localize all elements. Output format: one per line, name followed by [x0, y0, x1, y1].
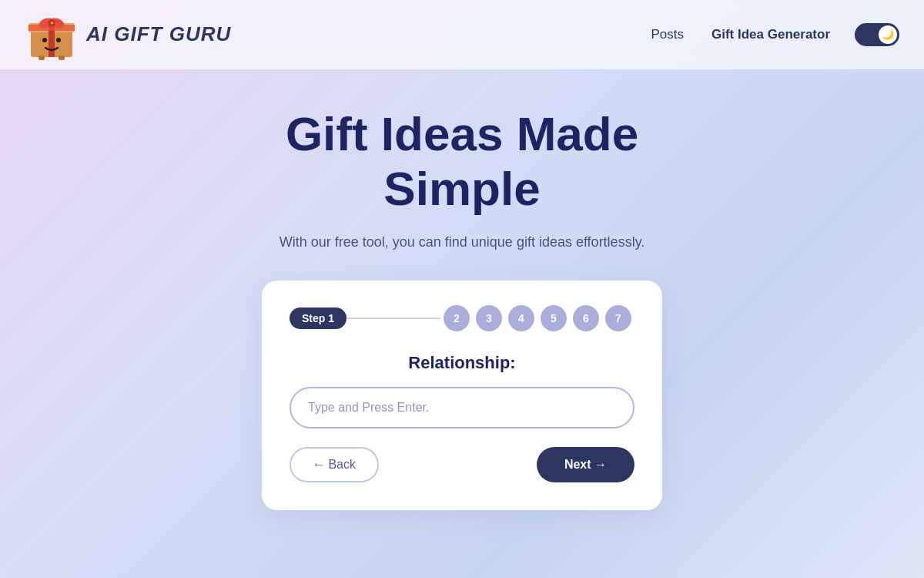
- step-3: 3: [476, 305, 502, 331]
- headline-line1: Gift Ideas Made: [286, 107, 638, 160]
- nav-posts[interactable]: Posts: [651, 27, 684, 42]
- logo-text: AI GIFT GURU: [86, 22, 231, 46]
- svg-point-8: [56, 38, 61, 42]
- dark-mode-toggle[interactable]: 🌙: [855, 23, 899, 46]
- relationship-input[interactable]: [290, 387, 634, 428]
- step-line-1: [346, 318, 440, 319]
- moon-icon: 🌙: [882, 29, 894, 40]
- step-6: 6: [573, 305, 599, 331]
- toggle-knob: 🌙: [879, 25, 897, 44]
- step-card: Step 1 2 3 4 5 6 7 Relationship: ← Back …: [262, 281, 662, 510]
- logo-area: ✦ AI GIFT GURU: [25, 8, 231, 62]
- nav-generator[interactable]: Gift Idea Generator: [711, 27, 830, 42]
- nav-links: Posts Gift Idea Generator: [651, 27, 830, 42]
- next-button[interactable]: Next →: [537, 447, 634, 482]
- main-headline: Gift Ideas Made Simple: [286, 106, 638, 217]
- svg-point-7: [42, 38, 47, 42]
- form-label: Relationship:: [290, 353, 634, 373]
- subheadline: With our free tool, you can find unique …: [280, 232, 645, 253]
- logo-icon: ✦: [25, 8, 79, 62]
- navbar: ✦ AI GIFT GURU Posts Gift Idea Generator…: [0, 0, 924, 69]
- step-indicator: Step 1 2 3 4 5 6 7: [290, 305, 634, 331]
- step-2: 2: [444, 305, 470, 331]
- back-button[interactable]: ← Back: [290, 447, 379, 482]
- step-7: 7: [605, 305, 631, 331]
- button-row: ← Back Next →: [290, 447, 634, 482]
- svg-rect-9: [38, 55, 45, 60]
- step-current: Step 1: [290, 307, 346, 329]
- svg-text:✦: ✦: [50, 21, 54, 25]
- step-4: 4: [508, 305, 534, 331]
- headline-line2: Simple: [383, 162, 540, 215]
- main-content: Gift Ideas Made Simple With our free too…: [0, 69, 924, 510]
- svg-rect-10: [59, 55, 65, 60]
- step-5: 5: [541, 305, 567, 331]
